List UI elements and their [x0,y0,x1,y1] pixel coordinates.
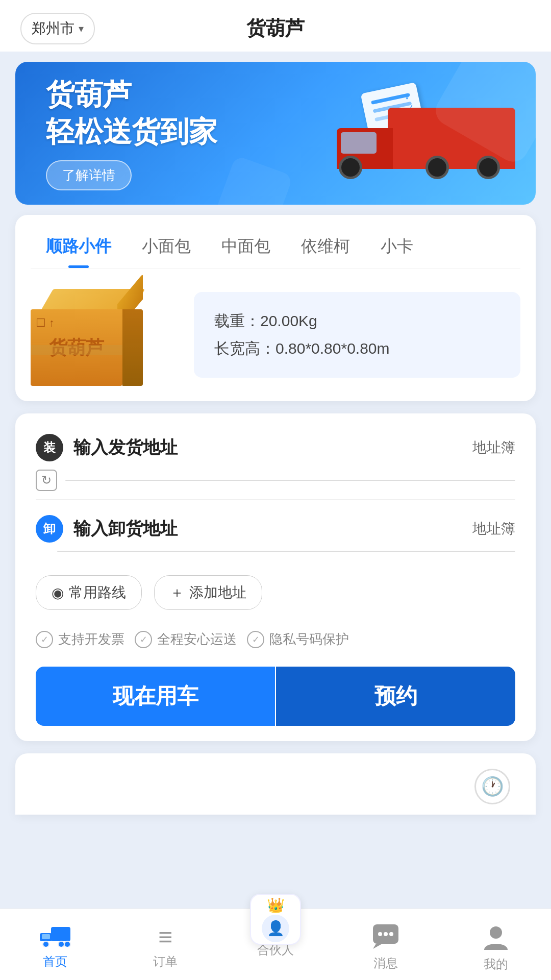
unload-address-row: 卸 输入卸货地址 地址簿 [36,515,515,543]
check-icon-invoice: ✓ [36,631,53,648]
vehicle-card: 顺路小件 小面包 中面包 依维柯 小卡 货葫芦 ☐ ↑ [15,215,536,401]
svg-point-4 [58,941,64,947]
header: 郑州市 ▾ 货葫芦 [0,0,551,52]
load-address-book[interactable]: 地址簿 [472,438,515,457]
messages-icon-wrap [372,923,399,951]
svg-point-7 [378,932,382,936]
home-truck-icon [39,925,71,949]
nav-item-mine[interactable]: 我的 [441,914,551,980]
partner-badge: 👑 👤 [250,894,301,945]
vehicle-tabs: 顺路小件 小面包 中面包 依维柯 小卡 [31,230,520,268]
city-selector[interactable]: 郑州市 ▾ [20,13,95,44]
clock-icon: 🕐 [474,769,510,804]
feature-invoice: ✓ 支持开发票 [36,630,124,648]
banner-title: 货葫芦 轻松送货到家 [46,76,217,151]
vehicle-content: 货葫芦 ☐ ↑ 载重：20.00Kg 长宽高：0.80*0.80*0.80m [31,284,520,386]
svg-point-8 [384,932,388,936]
svg-marker-10 [373,944,382,949]
common-routes-button[interactable]: ◉ 常用路线 [36,575,142,610]
partial-bottom-card: 🕐 [15,753,536,815]
svg-rect-2 [42,934,50,939]
svg-point-9 [389,932,393,936]
nav-label-mine: 我的 [484,956,508,972]
nav-item-home[interactable]: 首页 [0,914,110,980]
action-buttons: 现在用车 预约 [36,667,515,726]
nav-item-messages[interactable]: 消息 [331,914,441,980]
address-card: 装 输入发货地址 地址簿 ↻ 卸 输入卸货地址 地址簿 ◉ 常用路线 ＋ 添加地… [15,413,536,741]
quick-actions: ◉ 常用路线 ＋ 添加地址 [36,575,515,610]
nav-label-home: 首页 [43,953,67,970]
chevron-down-icon: ▾ [79,22,84,35]
use-now-button[interactable]: 现在用车 [36,667,275,726]
orders-icon: ≡ [158,925,172,949]
banner-text: 货葫芦 轻松送货到家 了解详情 [15,62,248,205]
add-address-button[interactable]: ＋ 添加地址 [154,575,262,610]
tab-中面包[interactable]: 中面包 [206,230,286,268]
vehicle-specs: 载重：20.00Kg 长宽高：0.80*0.80*0.80m [194,292,520,378]
profile-icon [482,922,510,952]
load-address-row: 装 输入发货地址 地址簿 [36,434,515,461]
spec-weight: 载重：20.00Kg [214,307,500,335]
svg-point-3 [43,941,49,947]
box-illustration: 货葫芦 ☐ ↑ [31,284,173,386]
nav-item-orders[interactable]: ≡ 订单 [110,914,220,980]
unload-address-book[interactable]: 地址簿 [472,519,515,538]
tab-小卡[interactable]: 小卡 [365,230,429,268]
load-input-line[interactable] [65,480,515,481]
partner-person-icon: 👤 [262,915,289,942]
unload-input-row[interactable] [36,551,515,560]
load-icon: 装 [36,434,63,461]
feature-safe-delivery: ✓ 全程安心运送 [135,630,237,648]
nav-label-messages: 消息 [373,955,398,971]
load-address-label: 输入发货地址 [73,436,472,459]
plus-icon: ＋ [170,583,184,602]
banner: 货葫芦 轻松送货到家 了解详情 ✓ ✓ ✓ [15,62,536,205]
crown-icon: 👑 [267,897,285,914]
nav-item-partner[interactable]: 👑 👤 合伙人 [220,914,331,980]
tab-顺路小件[interactable]: 顺路小件 [31,230,127,268]
bottom-nav: 首页 ≡ 订单 👑 👤 合伙人 消息 [0,909,551,980]
feature-privacy: ✓ 隐私号码保护 [247,630,349,648]
reserve-button[interactable]: 预约 [276,667,515,726]
check-icon-safe: ✓ [135,631,152,648]
location-pin-icon: ◉ [52,584,64,601]
banner-detail-button[interactable]: 了解详情 [46,160,132,190]
nav-label-orders: 订单 [153,953,178,970]
tab-依维柯[interactable]: 依维柯 [286,230,365,268]
svg-rect-0 [51,927,70,941]
check-icon-privacy: ✓ [247,631,264,648]
svg-point-5 [64,941,70,947]
svg-point-11 [490,926,502,939]
loop-icon: ↻ [36,470,57,491]
load-input-row[interactable]: ↻ [36,470,515,500]
unload-icon: 卸 [36,515,63,543]
unload-input-line[interactable] [57,551,515,552]
features-row: ✓ 支持开发票 ✓ 全程安心运送 ✓ 隐私号码保护 [36,630,515,648]
city-name: 郑州市 [32,19,74,38]
app-title: 货葫芦 [246,15,305,41]
unload-address-label: 输入卸货地址 [73,517,472,541]
spec-dimensions: 长宽高：0.80*0.80*0.80m [214,335,500,362]
tab-小面包[interactable]: 小面包 [127,230,206,268]
